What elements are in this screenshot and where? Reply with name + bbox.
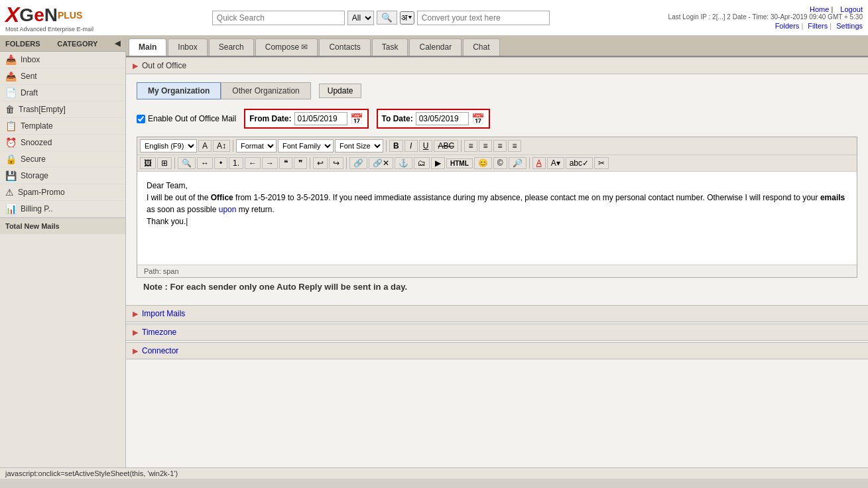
logout-link[interactable]: Logout xyxy=(840,5,863,13)
toolbar-sep-5 xyxy=(310,157,310,169)
update-button[interactable]: Update xyxy=(319,84,362,98)
sidebar-collapse-icon[interactable]: ◀ xyxy=(115,39,120,48)
sidebar-item-template[interactable]: 📋 Template xyxy=(0,118,125,135)
sidebar-item-label: Inbox xyxy=(21,55,40,64)
from-date-input[interactable] xyxy=(294,112,347,125)
video-button[interactable]: ▶ xyxy=(431,157,445,169)
editor-body[interactable]: Dear Team, I will be out of the Office f… xyxy=(137,172,857,265)
sidebar-item-snoozed[interactable]: ⏰ Snoozed xyxy=(0,135,125,151)
search-button[interactable]: 🔍 xyxy=(377,11,397,25)
tab-chat[interactable]: Chat xyxy=(463,38,499,56)
tab-search[interactable]: Search xyxy=(209,38,254,56)
sidebar-item-secure[interactable]: 🔒 Secure xyxy=(0,151,125,168)
sent-icon: 📤 xyxy=(5,71,17,82)
font-color-button[interactable]: A xyxy=(532,157,546,169)
underline-button[interactable]: U xyxy=(419,140,433,152)
redo-button[interactable]: ↪ xyxy=(329,157,343,169)
out-of-office-header[interactable]: ▶ Out of Office xyxy=(126,57,868,74)
tab-task[interactable]: Task xyxy=(372,38,408,56)
sidebar-item-spam[interactable]: ⚠ Spam-Promo xyxy=(0,184,125,201)
find-button[interactable]: 🔍 xyxy=(178,157,196,169)
spell-check-button[interactable]: abc✓ xyxy=(566,157,593,169)
sidebar-item-billing[interactable]: 📊 Billing P.. xyxy=(0,201,125,217)
logo-area: X G e N PLUS Most Advanced Enterprise E-… xyxy=(5,3,93,32)
image2-button[interactable]: 🗂 xyxy=(414,157,430,169)
align-justify-button[interactable]: ≡ xyxy=(508,140,521,152)
to-date-input[interactable] xyxy=(416,112,469,125)
replace-button[interactable]: ↔ xyxy=(197,157,213,169)
translate-input[interactable] xyxy=(417,11,550,25)
storage-icon: 💾 xyxy=(5,170,17,181)
align-right-button[interactable]: ≡ xyxy=(493,140,507,152)
translate-lang-button[interactable]: अ▾ xyxy=(400,11,414,25)
billing-icon: 📊 xyxy=(5,204,17,214)
language-select[interactable]: English (F9) xyxy=(140,139,197,152)
tab-main[interactable]: Main xyxy=(129,38,166,56)
unlink-button[interactable]: 🔗✕ xyxy=(369,157,393,169)
expand-arrow-icon: ▶ xyxy=(133,62,138,70)
bold-button[interactable]: B xyxy=(389,140,403,152)
to-date-calendar-icon[interactable]: 📅 xyxy=(471,113,485,125)
special-button[interactable]: © xyxy=(493,157,507,169)
snoozed-icon: ⏰ xyxy=(5,137,17,148)
undo-button[interactable]: ↩ xyxy=(313,157,328,169)
home-link[interactable]: Home xyxy=(810,5,829,13)
tab-my-org[interactable]: My Organization xyxy=(137,82,221,99)
blockquote-button[interactable]: ❝ xyxy=(279,157,292,169)
folders-link[interactable]: Folders xyxy=(775,22,800,30)
html-button[interactable]: HTML xyxy=(446,158,473,168)
logo-e: e xyxy=(34,5,44,26)
sidebar: FOLDERS CATEGORY ◀ 📥 Inbox 📤 Sent 📄 Draf… xyxy=(0,36,126,467)
font-family-select[interactable]: Font Family xyxy=(278,139,334,152)
zoom-button[interactable]: 🔎 xyxy=(509,157,527,169)
from-date-calendar-icon[interactable]: 📅 xyxy=(350,113,363,125)
sidebar-item-trash[interactable]: 🗑 Trash[Empty] xyxy=(0,101,125,118)
logo-plus: PLUS xyxy=(58,10,82,21)
search-input[interactable] xyxy=(212,11,345,25)
right-panel: Main Inbox Search Compose ✉ Contacts Tas… xyxy=(126,36,868,467)
tab-contacts[interactable]: Contacts xyxy=(319,38,370,56)
sidebar-item-sent[interactable]: 📤 Sent xyxy=(0,68,125,85)
emoticon-button[interactable]: 😊 xyxy=(474,157,492,169)
strikethrough-button[interactable]: ABC xyxy=(434,140,458,152)
enable-checkbox-label[interactable]: Enable Out of Office Mail xyxy=(137,114,236,123)
search-type-select[interactable]: All xyxy=(347,11,374,25)
sidebar-item-inbox[interactable]: 📥 Inbox xyxy=(0,52,125,68)
connector-section[interactable]: ▶ Connector xyxy=(126,342,868,359)
sidebar-item-label: Storage xyxy=(21,171,48,180)
sidebar-item-draft[interactable]: 📄 Draft xyxy=(0,85,125,101)
import-mails-section[interactable]: ▶ Import Mails xyxy=(126,305,868,322)
path-bar: Path: span xyxy=(137,265,857,277)
anchor-button[interactable]: ⚓ xyxy=(395,157,412,169)
italic-button[interactable]: I xyxy=(404,140,418,152)
filters-link[interactable]: Filters xyxy=(808,22,828,30)
tab-inbox[interactable]: Inbox xyxy=(168,38,207,56)
outdent-button[interactable]: ← xyxy=(245,157,261,169)
enable-checkbox[interactable] xyxy=(137,115,145,123)
toolbar-sep-1 xyxy=(233,140,233,152)
indent-button[interactable]: → xyxy=(262,157,278,169)
font-size-select[interactable]: Font Size xyxy=(335,139,383,152)
tab-other-org[interactable]: Other Organization xyxy=(221,82,310,99)
toolbar-btn-1[interactable]: A xyxy=(198,140,212,152)
toolbar-btn-2[interactable]: A↕ xyxy=(213,140,230,152)
ul-button[interactable]: • xyxy=(214,157,227,169)
tab-calendar[interactable]: Calendar xyxy=(409,38,462,56)
align-center-button[interactable]: ≡ xyxy=(479,140,492,152)
table-button[interactable]: ⊞ xyxy=(157,157,172,169)
content-area: ▶ Out of Office My Organization Other Or… xyxy=(126,57,868,467)
toolbar-sep-2 xyxy=(386,140,387,152)
align-left-button[interactable]: ≡ xyxy=(464,140,477,152)
settings-link[interactable]: Settings xyxy=(836,22,863,30)
sidebar-item-storage[interactable]: 💾 Storage xyxy=(0,168,125,184)
ol-button[interactable]: 1. xyxy=(229,157,243,169)
format-select[interactable]: Format xyxy=(236,139,277,152)
blockquote2-button[interactable]: ❞ xyxy=(294,157,307,169)
timezone-section[interactable]: ▶ Timezone xyxy=(126,324,868,341)
img-button[interactable]: 🖼 xyxy=(140,157,156,169)
bg-color-button[interactable]: A▾ xyxy=(547,157,564,169)
toolbar-sep-7 xyxy=(529,157,530,169)
cleanup-button[interactable]: ✂ xyxy=(594,157,609,169)
link-button[interactable]: 🔗 xyxy=(349,157,367,169)
tab-compose[interactable]: Compose ✉ xyxy=(255,38,318,56)
